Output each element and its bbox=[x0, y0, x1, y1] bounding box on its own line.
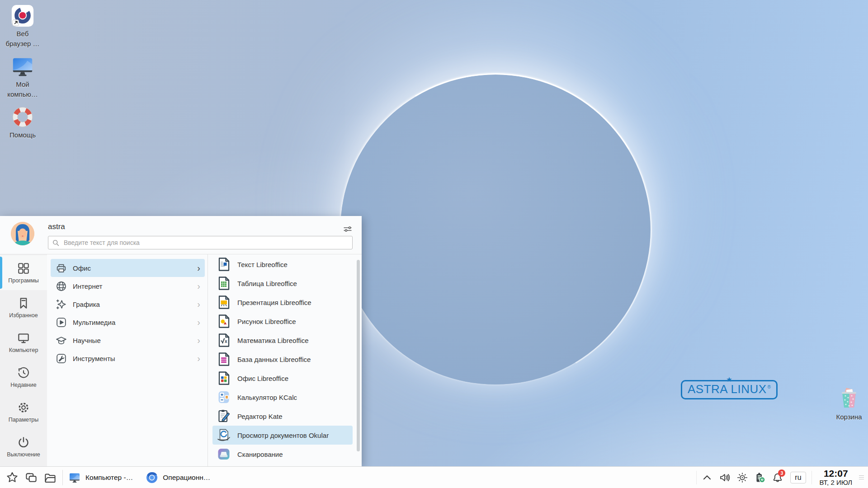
scrollbar-thumb[interactable] bbox=[357, 260, 360, 451]
launcher-windows-button[interactable] bbox=[22, 469, 41, 487]
sidebar-item-settings[interactable]: Параметры bbox=[0, 394, 47, 429]
taskbar-launchers bbox=[3, 469, 60, 487]
app-item-lo-base[interactable]: База данных Libreoffice bbox=[212, 350, 353, 369]
start-menu-sidebar: ПрограммыИзбранноеКомпьютерНедавниеПарам… bbox=[0, 254, 47, 466]
app-item-label: Таблица Libreoffice bbox=[237, 280, 297, 287]
user-avatar[interactable] bbox=[11, 222, 34, 245]
trash-desktop-icon[interactable]: Корзина bbox=[830, 387, 868, 421]
app-item-label: Презентация Libreoffice bbox=[237, 299, 311, 306]
app-list-scrollbar[interactable] bbox=[357, 256, 360, 465]
desktop-icon-my-computer[interactable]: Мойкомпью… bbox=[0, 54, 49, 99]
lo-calc-icon bbox=[216, 276, 231, 291]
app-item-label: Редактор Kate bbox=[237, 413, 283, 420]
start-menu-header: astra bbox=[0, 216, 362, 254]
taskbar: Компьютер -…Операционн… 3 ru 12:07 ВТ, 2… bbox=[0, 466, 868, 488]
sidebar-item-apps-grid[interactable]: Программы bbox=[0, 255, 47, 290]
app-item-lo-impress[interactable]: Презентация Libreoffice bbox=[212, 293, 353, 312]
astra-linux-logo: ★ ASTRA LINUX® bbox=[681, 380, 778, 399]
sidebar-item-power[interactable]: Выключение bbox=[0, 429, 47, 464]
taskbar-task-1[interactable]: Компьютер -… bbox=[68, 471, 133, 484]
okular-icon bbox=[216, 427, 231, 443]
tray-separator bbox=[811, 471, 812, 484]
tray-battery-charging[interactable] bbox=[751, 469, 769, 487]
sidebar-item-bookmark[interactable]: Избранное bbox=[0, 290, 47, 325]
tray-separator bbox=[696, 471, 697, 484]
sidebar-item-label: Недавние bbox=[10, 382, 36, 388]
trash-label: Корзина bbox=[836, 413, 862, 421]
kate-icon bbox=[216, 408, 231, 424]
app-item-lo-start[interactable]: Офис Libreoffice bbox=[212, 369, 353, 388]
clock-date: ВТ, 2 ИЮЛ bbox=[820, 479, 852, 486]
help-icon bbox=[10, 105, 35, 129]
keyboard-layout-indicator[interactable]: ru bbox=[790, 472, 806, 483]
category-globe[interactable]: Интернет› bbox=[51, 277, 205, 295]
settings-icon bbox=[17, 401, 30, 414]
app-item-kate[interactable]: Редактор Kate bbox=[212, 407, 353, 426]
web-browser-icon bbox=[10, 4, 35, 28]
power-icon bbox=[17, 436, 30, 449]
app-item-label: Калькулятор KCalc bbox=[237, 394, 297, 401]
svg-text:x: x bbox=[225, 339, 227, 344]
search-input[interactable] bbox=[63, 239, 349, 247]
category-label: Инструменты bbox=[73, 355, 115, 362]
app-item-lo-writer[interactable]: Текст Libreoffice bbox=[212, 255, 353, 274]
printer-icon bbox=[55, 262, 67, 274]
taskbar-task-2[interactable]: Операционн… bbox=[146, 471, 210, 484]
category-tools[interactable]: Инструменты› bbox=[51, 349, 205, 367]
category-multimedia[interactable]: Мультимедиа› bbox=[51, 313, 205, 331]
my-computer-icon bbox=[68, 471, 81, 484]
category-printer[interactable]: Офис› bbox=[51, 259, 205, 277]
launcher-star-button[interactable] bbox=[3, 469, 22, 487]
sidebar-item-label: Параметры bbox=[9, 417, 39, 423]
app-item-label: База данных Libreoffice bbox=[237, 356, 311, 363]
chevron-right-icon: › bbox=[197, 282, 200, 291]
app-item-label: Просмотр документов Okular bbox=[237, 432, 329, 439]
launcher-folder-button[interactable] bbox=[41, 469, 60, 487]
category-label: Интернет bbox=[73, 282, 102, 290]
chevron-right-icon: › bbox=[197, 300, 200, 309]
chevron-right-icon: › bbox=[197, 263, 200, 272]
category-label: Научные bbox=[73, 337, 101, 344]
desktop-icon-label: компью… bbox=[7, 90, 38, 99]
registered-mark: ® bbox=[768, 385, 771, 389]
globe-icon bbox=[55, 280, 67, 292]
app-item-scanner[interactable]: Сканирование bbox=[212, 445, 353, 464]
panel-edit-handle[interactable] bbox=[859, 475, 864, 480]
app-item-kcalc[interactable]: Калькулятор KCalc bbox=[212, 388, 353, 407]
star-icon: ★ bbox=[726, 375, 732, 384]
desktop-icon-label: Мой bbox=[16, 80, 29, 89]
desktop-icon-label: Веб bbox=[17, 29, 29, 38]
category-label: Офис bbox=[73, 264, 91, 272]
desktop-icon-web-browser[interactable]: Веббраузер … bbox=[0, 4, 49, 48]
start-menu: astra ПрограммыИзбранноеКомпьютерНедавни… bbox=[0, 216, 362, 466]
tray-brightness[interactable] bbox=[733, 469, 751, 487]
desktop-icon-help[interactable]: Помощь bbox=[0, 105, 49, 139]
app-item-lo-math[interactable]: xМатематика Libreoffice bbox=[212, 331, 353, 350]
graphics-icon bbox=[55, 298, 67, 310]
tray-notifications[interactable]: 3 bbox=[769, 469, 786, 487]
app-item-okular[interactable]: Просмотр документов Okular bbox=[212, 426, 353, 445]
clock-time: 12:07 bbox=[820, 469, 852, 479]
sidebar-item-recent[interactable]: Недавние bbox=[0, 360, 47, 394]
app-item-lo-draw[interactable]: Рисунок Libreoffice bbox=[212, 312, 353, 331]
search-box bbox=[48, 236, 353, 249]
scanner-icon bbox=[216, 446, 231, 462]
chevron-right-icon: › bbox=[197, 354, 200, 363]
system-tray: 3 bbox=[698, 469, 786, 487]
sidebar-item-computer[interactable]: Компьютер bbox=[0, 325, 47, 360]
app-item-lo-calc[interactable]: Таблица Libreoffice bbox=[212, 274, 353, 293]
tray-chevron-up[interactable] bbox=[698, 469, 716, 487]
taskbar-tasks: Компьютер -…Операционн… bbox=[68, 471, 223, 484]
sliders-icon[interactable] bbox=[343, 224, 353, 234]
category-science[interactable]: Научные› bbox=[51, 331, 205, 349]
chevron-right-icon: › bbox=[197, 318, 200, 327]
lo-impress-icon bbox=[216, 295, 231, 310]
chromium-icon bbox=[146, 471, 158, 484]
app-item-label: Текст Libreoffice bbox=[237, 261, 288, 268]
kcalc-icon bbox=[216, 389, 231, 405]
tray-volume[interactable] bbox=[716, 469, 733, 487]
task-label: Компьютер -… bbox=[85, 474, 133, 482]
category-graphics[interactable]: Графика› bbox=[51, 295, 205, 313]
clock-widget[interactable]: 12:07 ВТ, 2 ИЮЛ bbox=[820, 469, 852, 486]
multimedia-icon bbox=[55, 316, 67, 328]
